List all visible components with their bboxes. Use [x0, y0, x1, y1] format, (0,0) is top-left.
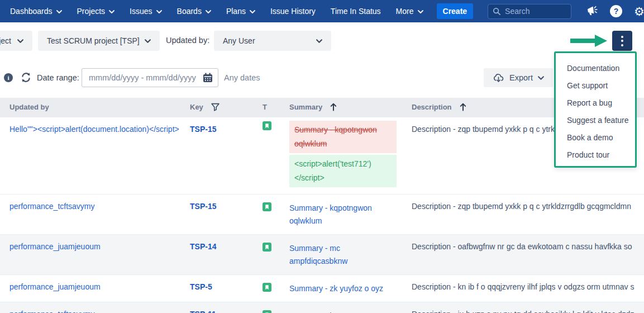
summary-cell: Summary - kqpotngwon oqlwklum [289, 194, 411, 234]
issue-key-link[interactable]: TSP-11 [190, 310, 216, 313]
sort-ascending-icon[interactable] [330, 102, 337, 112]
story-type-icon [263, 202, 271, 213]
summary-cell: Summary - kqpotngwon oqlwklum<script>ale… [289, 117, 411, 194]
summary-text[interactable]: Summary - kqpotngwon oqlwklum [289, 202, 397, 227]
updated-by-link[interactable]: performance_tcftsavymy [9, 202, 95, 211]
nav-item[interactable]: Plans [226, 7, 255, 16]
updated-by-link[interactable]: performance_juamjeuoum [9, 242, 101, 251]
description-text: Description - zqp tbupemd yxkk p q c ytr… [412, 125, 555, 134]
project-filter-partial[interactable]: ject [0, 31, 32, 51]
menu-item-label: Get support [567, 81, 608, 90]
app-root: { "nav": { "items": [ {"label": "Dashboa… [0, 0, 644, 313]
story-type-icon [263, 283, 271, 293]
help-icon[interactable]: ? [610, 5, 622, 17]
annotation-arrow-icon [570, 34, 608, 48]
chevron-down-icon [206, 10, 211, 13]
updated-by-link[interactable]: performance_juamjeuoum [9, 282, 101, 291]
menu-item-label: Suggest a feature [567, 116, 629, 125]
table-row: performance_tcftsavymy TSP-11 Summary - … [0, 302, 644, 313]
calendar-icon[interactable] [202, 72, 213, 86]
issue-key-link[interactable]: TSP-14 [190, 242, 216, 251]
cloud-download-icon [493, 73, 504, 83]
search-box[interactable] [488, 4, 571, 19]
project-selector-value: Test SCRUM project [TSP] [47, 36, 140, 45]
chevron-down-icon [250, 10, 255, 13]
summary-removed-diff: Summary - kqpotngwon oqlwklum [289, 121, 397, 153]
nav-item-label: Issues [130, 7, 152, 16]
updated-by-cell: performance_juamjeuoum [0, 234, 190, 274]
nav-item[interactable]: Boards [177, 7, 211, 16]
issue-key-link[interactable]: TSP-15 [190, 202, 216, 211]
summary-text[interactable]: Summary - mc ampfdiqcasbknw [289, 242, 397, 268]
filter-funnel-icon[interactable] [211, 102, 220, 112]
project-filter-partial-label: ject [0, 36, 11, 45]
table-row: performance_tcftsavymy TSP-15 Summary - … [0, 194, 644, 234]
header-updated-by[interactable]: Updated by [0, 98, 190, 117]
description-text: Description - zqp tbupemd yxkk p q c ytr… [412, 202, 631, 211]
date-range-input[interactable] [82, 68, 218, 87]
nav-item-label: Boards [177, 7, 202, 16]
menu-item[interactable]: Documentation [556, 59, 635, 77]
description-cell: Description - oafbwgfnw nr gc da ewkotoa… [411, 234, 644, 274]
create-button[interactable]: Create [437, 3, 474, 19]
issue-table-body: Hello""><script>alert(document.location)… [0, 117, 644, 313]
nav-item[interactable]: Projects [77, 7, 115, 16]
sort-ascending-icon[interactable] [459, 102, 467, 112]
description-cell: Description - zqp tbupemd yxkk p q c ytr… [411, 194, 644, 234]
summary-text[interactable]: Summary - kqpotngwon oqlwklum<script>ale… [289, 121, 397, 187]
updated-by-selector[interactable]: Any User [214, 31, 331, 51]
chevron-down-icon [156, 10, 162, 13]
search-input[interactable] [505, 7, 566, 16]
nav-item-label: Dashboards [10, 7, 53, 16]
nav-item[interactable]: Issue History [270, 7, 316, 16]
menu-item[interactable]: Suggest a feature [556, 111, 635, 129]
description-cell: Description - kn ib f o qqqjzvreny ilhf … [411, 274, 644, 302]
menu-item-label: Documentation [567, 64, 619, 73]
nav-item-label: Plans [226, 7, 246, 16]
issue-history-table: Updated by Key T Summary Description Hel… [0, 98, 644, 313]
story-type-icon [263, 121, 271, 132]
menu-item[interactable]: Book a demo [556, 129, 635, 146]
top-navbar: Dashboards Projects Issues Boards Plans … [0, 0, 644, 22]
announcements-icon[interactable] [586, 5, 598, 17]
updated-by-link[interactable]: Hello""><script>alert(document.location)… [9, 125, 179, 134]
issue-key-link[interactable]: TSP-15 [190, 125, 216, 134]
nav-item-label: Projects [77, 7, 106, 16]
updated-by-cell: performance_juamjeuoum [0, 274, 190, 302]
updated-by-link[interactable]: performance_tcftsavymy [9, 310, 95, 313]
search-icon [493, 7, 501, 16]
header-summary[interactable]: Summary [289, 98, 411, 117]
nav-item[interactable]: Issues [130, 7, 161, 16]
menu-item[interactable]: Product tour [556, 146, 635, 163]
menu-item[interactable]: Get support [556, 77, 635, 94]
updated-by-filter-label: Updated by: [166, 36, 209, 45]
header-key[interactable]: Key [190, 98, 260, 117]
project-selector[interactable]: Test SCRUM project [TSP] [38, 31, 160, 51]
export-button[interactable]: Export [484, 68, 553, 87]
kebab-menu-button[interactable] [612, 31, 632, 51]
nav-item[interactable]: Dashboards [10, 7, 62, 16]
nav-item[interactable]: Time In Status [331, 7, 381, 16]
any-dates-hint: Any dates [224, 73, 260, 82]
table-row: performance_juamjeuoum TSP-14 Summary - … [0, 234, 644, 274]
info-icon[interactable]: i [4, 73, 13, 82]
chevron-down-icon [316, 39, 322, 43]
type-cell [260, 274, 289, 302]
nav-item-label: More [396, 7, 414, 16]
menu-item[interactable]: Report a bug [556, 94, 635, 111]
nav-item[interactable]: More [396, 7, 423, 16]
issue-key-link[interactable]: TSP-5 [190, 282, 212, 291]
chevron-down-icon [145, 39, 151, 43]
key-cell: TSP-11 [190, 302, 260, 313]
menu-item-label: Report a bug [567, 98, 612, 107]
summary-text[interactable]: Summary - bg gbjtoanosyhtdihkl [289, 310, 397, 313]
description-cell: Description - iu b xzp s nv pu tq dd sev… [411, 302, 644, 313]
refresh-icon[interactable] [20, 72, 32, 86]
summary-text[interactable]: Summary - zk yuyfoz o oyz [289, 282, 397, 295]
description-text: Description - iu b xzp s nv pu tq dd sev… [412, 310, 634, 313]
header-type[interactable]: T [260, 98, 289, 117]
summary-cell: Summary - bg gbjtoanosyhtdihkl [289, 302, 411, 313]
type-cell [260, 234, 289, 274]
gear-icon[interactable]: ⚙ [634, 6, 644, 17]
chevron-down-icon [17, 39, 23, 43]
